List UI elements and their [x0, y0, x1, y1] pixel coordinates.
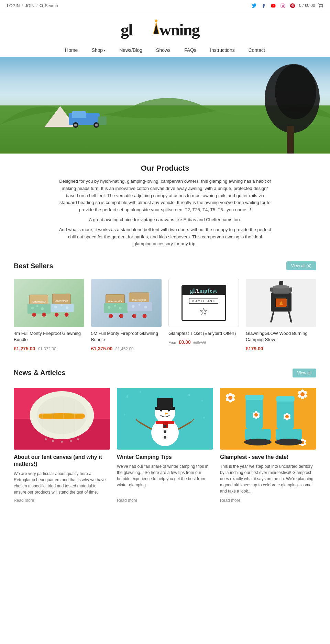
svg-point-58: [132, 314, 136, 318]
join-link[interactable]: JOIN: [25, 3, 34, 8]
nav-instructions[interactable]: Instructions: [203, 43, 242, 57]
products-intro-text: Designed for you by nylon-hating, glampi…: [58, 178, 272, 248]
news-img-1[interactable]: [14, 388, 110, 450]
instagram-icon[interactable]: [280, 3, 286, 9]
svg-rect-113: [155, 407, 175, 410]
svg-point-85: [45, 438, 47, 440]
facebook-icon[interactable]: [261, 3, 267, 9]
svg-point-21: [275, 64, 316, 119]
svg-rect-22: [287, 126, 294, 154]
search-icon-wrap[interactable]: Search: [40, 3, 58, 8]
svg-point-6: [319, 8, 320, 8]
view-all-bestsellers-button[interactable]: View all (4): [286, 261, 316, 270]
svg-point-32: [42, 313, 46, 317]
svg-text:❄: ❄: [139, 391, 142, 394]
products-grid: GlawningGO GlawningGO: [0, 279, 330, 361]
svg-point-5: [284, 4, 284, 5]
svg-point-130: [300, 392, 305, 396]
youtube-icon[interactable]: [270, 3, 276, 9]
nav-faqs[interactable]: FAQs: [177, 43, 203, 57]
top-bar-right: 0 / £0.00: [251, 3, 323, 9]
svg-point-109: [164, 425, 166, 428]
svg-point-86: [52, 440, 54, 442]
product-img-1[interactable]: GlawningGO GlawningGO: [14, 279, 84, 327]
svg-point-7: [322, 8, 322, 8]
svg-point-48: [119, 307, 122, 309]
svg-point-11: [155, 20, 157, 22]
svg-point-55: [132, 305, 135, 308]
nav-newsblog[interactable]: News/Blog: [112, 43, 149, 57]
top-bar-left: LOGIN / JOIN / Search: [7, 3, 58, 8]
search-label: Search: [45, 3, 58, 8]
svg-rect-14: [72, 111, 86, 118]
price-row-2: £1,375.00 £1,452.00: [91, 346, 162, 351]
news-grid: About our tent canvas (and why it matter…: [14, 388, 316, 503]
svg-point-19: [95, 124, 98, 126]
read-more-2[interactable]: Read more: [117, 498, 213, 503]
login-link[interactable]: LOGIN: [7, 3, 20, 8]
top-bar: LOGIN / JOIN / Search 0 / £0.00: [0, 0, 330, 12]
hero-tree: [251, 64, 320, 154]
svg-point-88: [70, 440, 72, 442]
svg-text:❄: ❄: [203, 416, 205, 419]
news-card-2: ❄ ❄ ❄ ❄ ❄ ❄: [117, 388, 213, 503]
products-section-title: Our Products: [0, 164, 330, 173]
news-img-2[interactable]: ❄ ❄ ❄ ❄ ❄ ❄: [117, 388, 213, 450]
cart-info[interactable]: 0 / £0.00: [299, 3, 323, 9]
price-row-4: £179.00: [246, 346, 316, 351]
twitter-icon[interactable]: [251, 3, 257, 9]
pinterest-icon[interactable]: [289, 3, 296, 9]
product-img-2[interactable]: GlawningGO GlawningGO: [91, 279, 162, 327]
svg-text:GlawningGO: GlawningGO: [132, 299, 146, 302]
svg-point-0: [40, 4, 43, 7]
svg-rect-141: [245, 429, 271, 439]
svg-point-46: [108, 306, 111, 309]
news-img-3[interactable]: [220, 388, 316, 450]
svg-point-57: [144, 306, 147, 308]
price-row-3: From £0.00 £25.00: [168, 339, 239, 345]
svg-point-111: [164, 436, 166, 439]
svg-point-39: [66, 306, 69, 309]
svg-rect-15: [98, 116, 107, 125]
logo[interactable]: gl wning: [121, 19, 209, 39]
svg-rect-27: [28, 304, 51, 314]
svg-rect-146: [276, 429, 302, 439]
svg-rect-54: [128, 302, 152, 311]
news-title-2: Winter Camping Tips: [117, 454, 213, 461]
svg-point-30: [41, 307, 44, 310]
product-img-3[interactable]: glAmpfest ADMIT ONE ☆: [168, 279, 239, 327]
product-name-1: 4m Full Monty Fireproof Glawning Bundle: [14, 330, 84, 343]
svg-point-142: [244, 439, 272, 445]
nav-contact[interactable]: Contact: [242, 43, 272, 57]
news-excerpt-2: We've had our fair share of winter campi…: [117, 463, 213, 495]
svg-point-110: [164, 430, 166, 433]
svg-text:❄: ❄: [187, 393, 190, 397]
product-old-price-1: £1,332.00: [38, 347, 56, 351]
svg-point-47: [114, 305, 116, 307]
site-header: gl wning: [0, 12, 330, 43]
news-card-1: About our tent canvas (and why it matter…: [14, 388, 110, 503]
product-card-2: GlawningGO GlawningGO: [91, 279, 162, 351]
product-price-2: £1,375.00: [91, 346, 112, 351]
nav-shows[interactable]: Shows: [149, 43, 177, 57]
shop-dropdown-arrow: ▾: [104, 48, 106, 52]
product-price-3: £0.00: [179, 339, 191, 345]
svg-point-156: [254, 413, 258, 417]
product-old-price-2: £1,452.00: [115, 347, 133, 351]
svg-rect-73: [289, 287, 292, 292]
nav-home[interactable]: Home: [58, 43, 85, 57]
svg-point-40: [55, 313, 59, 317]
product-img-4[interactable]: [246, 279, 316, 327]
svg-point-49: [109, 314, 113, 318]
svg-point-29: [36, 305, 38, 307]
nav-shop[interactable]: Shop ▾: [85, 43, 112, 57]
svg-text:gl: gl: [121, 21, 133, 39]
news-title-1: About our tent canvas (and why it matter…: [14, 454, 110, 468]
svg-point-4: [282, 5, 284, 7]
view-all-news-button[interactable]: View all: [293, 369, 316, 377]
product-price-4: £179.00: [246, 346, 263, 351]
read-more-1[interactable]: Read more: [14, 498, 110, 503]
svg-point-147: [275, 439, 302, 445]
read-more-3[interactable]: Read more: [220, 498, 316, 503]
svg-point-71: [273, 285, 289, 289]
